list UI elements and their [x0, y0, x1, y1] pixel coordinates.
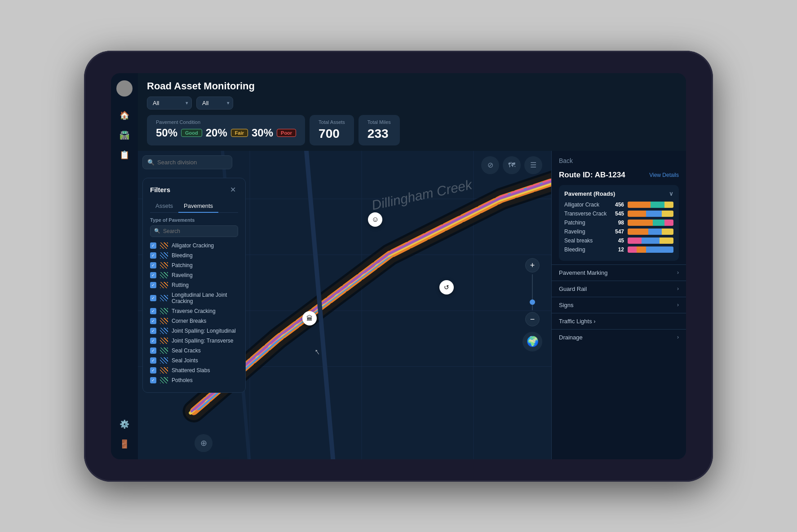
filter-checkbox[interactable]: ✓	[150, 252, 156, 259]
filter-item[interactable]: ✓ Bleeding	[150, 251, 238, 260]
filters-title: Filters	[150, 186, 170, 193]
filter-item-label: Traverse Cracking	[172, 308, 216, 314]
filter-checkbox[interactable]: ✓	[150, 367, 156, 374]
filter-checkbox[interactable]: ✓	[150, 272, 156, 278]
search-icon: 🔍	[147, 159, 155, 166]
map-search-bar: 🔍	[142, 155, 232, 169]
filter-checkbox[interactable]: ✓	[150, 328, 156, 334]
expand-row[interactable]: Signs ›	[552, 297, 686, 313]
pavement-bar	[628, 220, 673, 226]
filter-item[interactable]: ✓ Rutting	[150, 280, 238, 290]
expand-row[interactable]: Traffic Lights ›	[552, 313, 686, 329]
filter-division-select[interactable]: All Division A	[147, 97, 192, 110]
good-percent: 50%	[156, 127, 177, 139]
filter-checkbox[interactable]: ✓	[150, 242, 156, 249]
filter-item-label: Raveling	[172, 272, 193, 278]
filter-checkbox[interactable]: ✓	[150, 338, 156, 344]
back-btn[interactable]: Back	[552, 151, 686, 171]
map-pin-3[interactable]: ↺	[439, 280, 454, 295]
tab-assets[interactable]: Assets	[150, 200, 178, 213]
filter-checkbox[interactable]: ✓	[150, 282, 156, 288]
pavement-condition-values: 50% Good 20% Fair 30% Poor	[156, 127, 296, 139]
globe-btn[interactable]: 🌍	[522, 332, 542, 352]
filter-item[interactable]: ✓ Potholes	[150, 375, 238, 385]
view-details-link[interactable]: View Details	[649, 172, 679, 178]
sidebar-icon-settings[interactable]: ⚙️	[116, 416, 133, 432]
avatar	[116, 80, 133, 97]
filter-checkbox[interactable]: ✓	[150, 295, 156, 301]
filter-item[interactable]: ✓ Patching	[150, 260, 238, 270]
pavement-bar	[628, 202, 673, 208]
filter-item[interactable]: ✓ Joint Spalling: Transverse	[150, 336, 238, 346]
zoom-in-btn[interactable]: +	[525, 258, 540, 273]
pavement-row-name: Seal breaks	[564, 237, 607, 244]
expand-row[interactable]: Guard Rail ›	[552, 281, 686, 297]
map-pin-2[interactable]: 🏛	[302, 311, 317, 325]
expand-arrow-icon: ›	[677, 286, 679, 292]
filter-item[interactable]: ✓ Joint Spalling: Longitudinal	[150, 326, 238, 336]
sidebar-icon-logout[interactable]: 🚪	[116, 436, 133, 452]
right-panel: Back Route ID: AB-1234 View Details Pave…	[551, 151, 686, 459]
filter-checkbox[interactable]: ✓	[150, 262, 156, 268]
map-area: Dillingham Creek	[138, 151, 686, 459]
filter-search: 🔍	[150, 225, 238, 237]
expand-row[interactable]: Pavement Marking ›	[552, 264, 686, 281]
filters-tabs: Assets Pavements	[150, 200, 238, 213]
zoom-out-btn[interactable]: −	[525, 312, 540, 326]
pavement-row-count: 45	[611, 237, 624, 244]
filter-checkbox[interactable]: ✓	[150, 347, 156, 354]
filter-item[interactable]: ✓ Seal Joints	[150, 356, 238, 365]
filter-item[interactable]: ✓ Shattered Slabs	[150, 365, 238, 375]
sidebar: 🏠 🛣️ 📋 ⚙️ 🚪	[111, 73, 138, 459]
filter-item[interactable]: ✓ Raveling	[150, 270, 238, 280]
map-view-icon-btn[interactable]: 🗺	[503, 156, 521, 174]
filter-item[interactable]: ✓ Corner Breaks	[150, 316, 238, 326]
filter-checkbox[interactable]: ✓	[150, 318, 156, 324]
map-header-icons: ⊘ 🗺 ☰	[481, 156, 542, 174]
filter-checkbox[interactable]: ✓	[150, 357, 156, 364]
filter-pattern-icon	[160, 295, 168, 301]
page-title: Road Asset Monitoring	[147, 80, 677, 92]
layers-btn[interactable]: ⊕	[195, 434, 213, 452]
menu-icon-btn[interactable]: ☰	[524, 156, 542, 174]
filter-type-select[interactable]: All Type 1	[196, 97, 233, 110]
tab-pavements[interactable]: Pavements	[178, 200, 218, 213]
filter-item[interactable]: ✓ Longitudinal Lane Joint Cracking	[150, 290, 238, 306]
expand-row-label: Guard Rail	[559, 286, 677, 292]
filter-checkbox[interactable]: ✓	[150, 377, 156, 383]
sidebar-icon-home[interactable]: 🏠	[116, 107, 133, 123]
pavement-row: Seal breaks 45	[564, 237, 673, 244]
filter-item[interactable]: ✓ Alligator Cracking	[150, 241, 238, 251]
total-miles-value: 233	[368, 127, 391, 141]
filter-item-label: Longitudinal Lane Joint Cracking	[172, 292, 238, 304]
filters-close-btn[interactable]: ✕	[227, 185, 238, 195]
pavement-bar	[628, 246, 673, 253]
pavement-row-name: Alligator Crack	[564, 202, 607, 208]
main-content: Road Asset Monitoring All Division A All…	[138, 73, 686, 459]
filter-item-label: Seal Joints	[172, 357, 198, 364]
filter-pattern-icon	[160, 357, 168, 364]
filter-division-wrap: All Division A	[147, 97, 192, 110]
pavement-row-name: Patching	[564, 220, 607, 226]
filter-search-input[interactable]	[163, 228, 234, 234]
search-input[interactable]	[157, 159, 227, 166]
tablet-screen: 🏠 🛣️ 📋 ⚙️ 🚪 Road Asset Monitoring All Di…	[111, 73, 686, 459]
total-assets-label: Total Assets	[319, 119, 345, 125]
expand-row[interactable]: Drainage ›	[552, 329, 686, 345]
filter-item[interactable]: ✓ Seal Cracks	[150, 346, 238, 356]
filter-checkbox[interactable]: ✓	[150, 308, 156, 314]
filter-pattern-icon	[160, 367, 168, 374]
fair-badge: Fair	[231, 129, 248, 137]
zoom-handle[interactable]	[530, 299, 535, 305]
filter-item[interactable]: ✓ Traverse Cracking	[150, 306, 238, 316]
total-miles-label: Total Miles	[368, 119, 391, 125]
filter-item-label: Rutting	[172, 282, 189, 288]
pavement-condition-card: Pavement Condition 50% Good 20% Fair 30%…	[147, 115, 305, 145]
stats-bar: Pavement Condition 50% Good 20% Fair 30%…	[138, 115, 686, 151]
sidebar-icon-reports[interactable]: 📋	[116, 147, 133, 163]
route-id: Route ID: AB-1234	[559, 171, 625, 180]
pavement-row: Transverse Crack 545	[564, 211, 673, 217]
sidebar-icon-road[interactable]: 🛣️	[116, 127, 133, 143]
filter-list: ✓ Alligator Cracking ✓ Bleeding ✓ Patchi…	[143, 241, 245, 385]
filter-icon-btn[interactable]: ⊘	[481, 156, 499, 174]
